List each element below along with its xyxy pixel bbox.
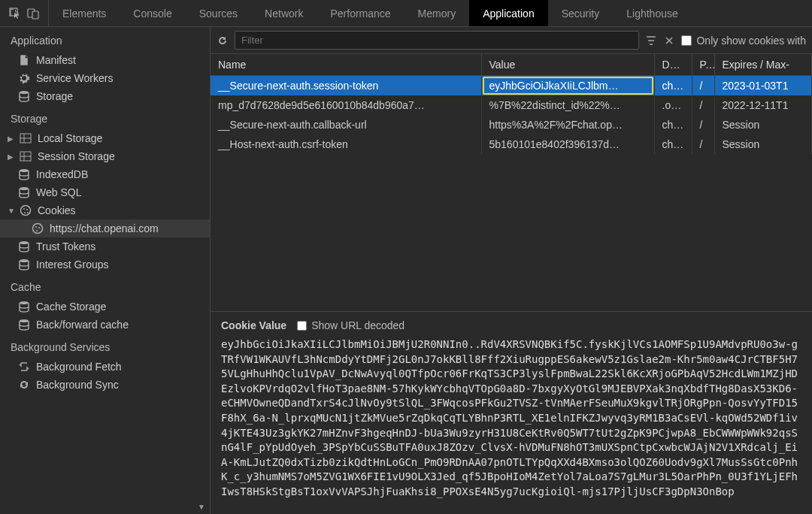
- application-sidebar: Application Manifest Service Workers Sto…: [0, 27, 211, 514]
- table-row[interactable]: __Host-next-auth.csrf-token5b160101e8402…: [211, 135, 812, 154]
- section-application: Application: [0, 27, 210, 51]
- database-icon: [18, 240, 30, 252]
- chevron-right-icon: ▶: [8, 135, 14, 143]
- svg-point-19: [38, 227, 40, 228]
- gear-icon: [18, 72, 30, 84]
- cookie-icon: [32, 222, 44, 234]
- svg-point-14: [26, 209, 28, 210]
- svg-point-22: [20, 259, 29, 262]
- sidebar-item-indexeddb[interactable]: IndexedDB: [0, 165, 210, 183]
- inspect-icon[interactable]: [9, 8, 21, 20]
- grid-icon: [20, 132, 32, 144]
- col-value[interactable]: Value: [481, 54, 654, 76]
- sidebar-item-session-storage[interactable]: ▶ Session Storage: [0, 147, 210, 165]
- svg-point-24: [20, 319, 29, 322]
- svg-point-18: [35, 226, 37, 228]
- svg-point-20: [36, 230, 38, 231]
- section-storage: Storage: [0, 105, 210, 129]
- svg-point-21: [20, 241, 29, 244]
- database-icon: [18, 168, 30, 180]
- col-domain[interactable]: Do…: [654, 54, 692, 76]
- clear-icon[interactable]: [663, 35, 675, 47]
- tab-elements[interactable]: Elements: [49, 0, 120, 26]
- tab-memory[interactable]: Memory: [404, 0, 470, 26]
- tab-sources[interactable]: Sources: [186, 0, 251, 26]
- database-icon: [18, 301, 30, 313]
- sidebar-item-interest-groups[interactable]: Interest Groups: [0, 255, 210, 274]
- col-path[interactable]: P.: [692, 54, 714, 76]
- show-decoded-checkbox[interactable]: Show URL decoded: [297, 319, 404, 331]
- cookie-detail-pane: Cookie Value Show URL decoded eyJhbGciOi…: [211, 311, 812, 514]
- database-icon: [18, 259, 30, 271]
- tab-lighthouse[interactable]: Lighthouse: [613, 0, 692, 26]
- sidebar-item-websql[interactable]: Web SQL: [0, 183, 210, 201]
- sidebar-item-trust-tokens[interactable]: Trust Tokens: [0, 237, 210, 255]
- section-cache: Cache: [0, 274, 210, 298]
- svg-point-17: [33, 224, 43, 234]
- tab-security[interactable]: Security: [548, 0, 614, 26]
- devtools-tab-bar: Elements Console Sources Network Perform…: [0, 0, 812, 27]
- grid-icon: [20, 150, 32, 162]
- table-row[interactable]: mp_d7d7628de9d5e6160010b84db960a7…%7B%22…: [211, 95, 812, 115]
- svg-point-13: [23, 208, 25, 210]
- sidebar-item-cookies[interactable]: ▼ Cookies: [0, 201, 210, 219]
- cookie-value-text[interactable]: eyJhbGciOiJkaXIiLCJlbmMiOiJBMjU2R0NNIn0.…: [221, 337, 801, 500]
- svg-rect-2: [32, 11, 38, 19]
- database-icon: [18, 90, 30, 102]
- sidebar-item-cookie-origin[interactable]: https://chat.openai.com: [0, 219, 210, 237]
- scroll-down-icon[interactable]: ▼: [198, 503, 205, 511]
- filter-icon[interactable]: [645, 35, 657, 47]
- section-background: Background Services: [0, 334, 210, 358]
- sidebar-item-local-storage[interactable]: ▶ Local Storage: [0, 129, 210, 147]
- svg-point-16: [27, 212, 29, 213]
- svg-point-23: [20, 301, 29, 304]
- only-cookies-checkbox[interactable]: Only show cookies with: [681, 35, 806, 47]
- tab-console[interactable]: Console: [120, 0, 185, 26]
- table-header-row: Name Value Do… P. Expires / Max-: [211, 54, 812, 76]
- fetch-icon: [18, 361, 30, 373]
- cookie-icon: [20, 204, 32, 216]
- cookies-table: Name Value Do… P. Expires / Max- __Secur…: [211, 54, 812, 311]
- inspect-tools: [0, 0, 49, 26]
- tab-application[interactable]: Application: [469, 0, 548, 26]
- table-row[interactable]: __Secure-next-auth.callback-urlhttps%3A%…: [211, 115, 812, 135]
- svg-point-11: [20, 187, 29, 190]
- cookies-toolbar: Only show cookies with: [211, 27, 812, 54]
- sidebar-item-service-workers[interactable]: Service Workers: [0, 69, 210, 87]
- detail-title: Cookie Value: [221, 319, 286, 331]
- sidebar-item-bfcache[interactable]: Back/forward cache: [0, 316, 210, 334]
- svg-point-3: [20, 91, 29, 94]
- table-row[interactable]: __Secure-next-auth.session-tokeneyJhbGci…: [211, 76, 812, 96]
- sidebar-item-bg-sync[interactable]: Background Sync: [0, 376, 210, 394]
- file-icon: [18, 54, 30, 66]
- sidebar-item-storage[interactable]: Storage: [0, 87, 210, 105]
- chevron-right-icon: ▶: [8, 153, 14, 161]
- sync-icon: [18, 379, 30, 391]
- refresh-icon[interactable]: [217, 35, 229, 47]
- device-icon[interactable]: [27, 8, 39, 20]
- database-icon: [18, 319, 30, 331]
- svg-point-15: [24, 212, 26, 213]
- filter-input[interactable]: [235, 31, 639, 50]
- svg-point-12: [21, 206, 31, 216]
- chevron-down-icon: ▼: [8, 207, 14, 215]
- sidebar-item-manifest[interactable]: Manifest: [0, 51, 210, 69]
- tab-performance[interactable]: Performance: [317, 0, 404, 26]
- svg-point-10: [20, 169, 29, 172]
- col-expires[interactable]: Expires / Max-: [714, 54, 812, 76]
- col-name[interactable]: Name: [211, 54, 481, 76]
- sidebar-item-bg-fetch[interactable]: Background Fetch: [0, 358, 210, 376]
- sidebar-item-cache-storage[interactable]: Cache Storage: [0, 298, 210, 316]
- tab-network[interactable]: Network: [251, 0, 317, 26]
- database-icon: [18, 186, 30, 198]
